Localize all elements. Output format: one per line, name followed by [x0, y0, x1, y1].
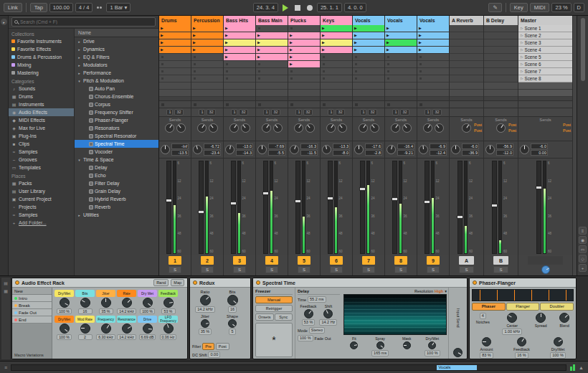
clip-slot[interactable]: ▶ — [159, 47, 191, 54]
tree-item-eq-filters[interactable]: ▸EQ & Filters — [75, 53, 158, 61]
clip-slot[interactable] — [417, 68, 449, 75]
show-io-icon[interactable]: ◉ — [579, 236, 587, 244]
loop-start-display[interactable]: 25. 1. 1 — [317, 3, 342, 12]
track-activator[interactable]: 1 — [169, 256, 181, 265]
clip-slot[interactable] — [159, 68, 191, 75]
clip-slot[interactable]: ▶ — [191, 25, 223, 32]
quantize-chip[interactable]: 1 — [360, 109, 366, 115]
peak-display[interactable]: -6.0 — [531, 143, 548, 149]
stop-all-row[interactable] — [288, 101, 320, 108]
quantize-chip[interactable]: 32 — [400, 109, 409, 115]
clip-slot[interactable]: ▶ — [256, 39, 288, 47]
stop-all-row[interactable] — [191, 101, 223, 108]
macro-knob[interactable] — [60, 298, 70, 308]
solo-button[interactable]: S — [330, 266, 343, 273]
volume-display[interactable]: -5.5 — [268, 150, 285, 156]
quantize-chip[interactable]: 1 — [295, 109, 302, 115]
volume-fader[interactable] — [536, 161, 541, 254]
clip-slot[interactable] — [191, 61, 223, 68]
macro-knob[interactable] — [80, 324, 90, 334]
pan-knob[interactable] — [225, 145, 234, 154]
stop-all-row[interactable] — [321, 101, 352, 108]
tree-item-vocoder[interactable]: Vocoder — [75, 148, 158, 156]
clip-slot[interactable]: ▶ — [353, 39, 384, 47]
pan-knob[interactable] — [387, 145, 396, 154]
scene-slot[interactable]: ▷Scene 7 — [518, 68, 572, 75]
clip-slot[interactable] — [353, 75, 384, 82]
spectral-display[interactable] — [343, 294, 447, 335]
chain-new-button[interactable]: New — [12, 288, 52, 295]
tree-item-echo[interactable]: Echo — [75, 171, 158, 179]
fader-handle[interactable] — [457, 215, 463, 219]
param-value[interactable]: 14.2 kHz — [195, 306, 215, 313]
sidebar-item-favorite-instruments[interactable]: Favorite Instruments — [9, 37, 74, 45]
chain-item-break[interactable]: Break — [12, 302, 52, 309]
quantize-chip[interactable]: 1 — [392, 109, 399, 115]
sidebar-item-drums[interactable]: ▦Drums — [9, 93, 74, 100]
tree-item-resonators[interactable]: Resonators — [75, 124, 158, 132]
record-button[interactable] — [307, 5, 313, 11]
clip-slot[interactable] — [450, 54, 483, 61]
clip-slot[interactable]: ▶ — [159, 39, 191, 47]
pan-knob[interactable] — [419, 145, 428, 154]
solo-button[interactable]: S — [394, 266, 407, 273]
resolution-value[interactable]: High — [435, 289, 443, 293]
quantize-chip[interactable]: 32 — [174, 109, 183, 115]
clip-slot[interactable]: ▶ — [417, 47, 449, 54]
tree-item-grain-delay[interactable]: Grain Delay — [75, 187, 158, 195]
tree-item-hybrid-reverb[interactable]: Hybrid Reverb — [75, 195, 158, 203]
macro-value[interactable]: 0.36 Hz — [160, 334, 177, 340]
param-knob[interactable] — [227, 295, 238, 306]
clip-slot[interactable]: ▶ — [224, 54, 255, 61]
clip-slot[interactable]: ▶ — [224, 39, 255, 47]
volume-display[interactable]: -14.3 — [236, 150, 253, 156]
solo-button[interactable]: S — [459, 266, 474, 273]
post-toggle[interactable]: Post — [563, 128, 571, 133]
track-activator[interactable]: 8 — [394, 256, 407, 265]
clip-slot[interactable]: ▶ — [417, 25, 449, 32]
macro-knob[interactable] — [163, 324, 174, 334]
volume-fader[interactable] — [295, 161, 300, 254]
scene-slot[interactable]: ▷Scene 4 — [518, 47, 572, 54]
freeze-button[interactable]: * — [255, 323, 293, 357]
retrigger-button[interactable]: Retrigger — [255, 305, 293, 312]
solo-button[interactable]: S — [265, 266, 278, 273]
post-toggle[interactable]: Post — [508, 128, 516, 133]
param-knob[interactable] — [559, 313, 569, 323]
volume-fader[interactable] — [328, 161, 333, 254]
clip-slot[interactable] — [385, 54, 417, 61]
clip-slot[interactable] — [450, 39, 483, 47]
clip-slot[interactable]: ▶ — [385, 25, 417, 32]
clip-slot[interactable]: ▶ — [159, 32, 191, 39]
clip-chip[interactable]: Vocals — [437, 365, 477, 370]
shift-value[interactable]: 14.2 Hz — [319, 319, 337, 326]
send-knob[interactable] — [423, 123, 432, 133]
quantize-chip[interactable]: 1 — [166, 109, 173, 115]
clip-slot[interactable]: ▶ — [288, 47, 320, 54]
onsets-menu[interactable]: Onsets — [255, 313, 274, 321]
track-activator[interactable]: 2 — [201, 256, 214, 265]
send-knob[interactable] — [294, 123, 303, 133]
stop-button[interactable] — [295, 5, 300, 11]
fader-handle[interactable] — [198, 210, 204, 214]
sidebar-item-projects[interactable]: ▫Projects — [9, 203, 74, 211]
send-knob[interactable] — [197, 123, 207, 133]
clip-slot[interactable] — [256, 68, 288, 75]
track-activator[interactable]: B — [493, 256, 508, 265]
content-column-header[interactable]: Name — [75, 29, 158, 37]
sidebar-item-packs[interactable]: ▦Packs — [9, 179, 74, 187]
clip-slot[interactable]: ▶ — [385, 47, 417, 54]
shift-knob[interactable] — [323, 309, 333, 318]
peak-display[interactable]: -6.72 — [204, 143, 221, 149]
track-activator[interactable]: 6 — [330, 256, 343, 265]
param-knob[interactable] — [482, 337, 491, 346]
clip-slot[interactable] — [450, 75, 483, 82]
device-title-bar[interactable]: Audio Effect Rack Rand Map — [12, 278, 187, 288]
macro-knob[interactable] — [122, 324, 132, 334]
show-clips-icon[interactable]: ▦ — [4, 288, 8, 293]
fader-handle[interactable] — [295, 199, 301, 203]
send-knob[interactable] — [435, 123, 444, 133]
mode-value[interactable]: Stereo — [309, 327, 325, 334]
volume-fader[interactable] — [231, 161, 236, 254]
volume-display[interactable]: -8.0 — [333, 150, 350, 156]
